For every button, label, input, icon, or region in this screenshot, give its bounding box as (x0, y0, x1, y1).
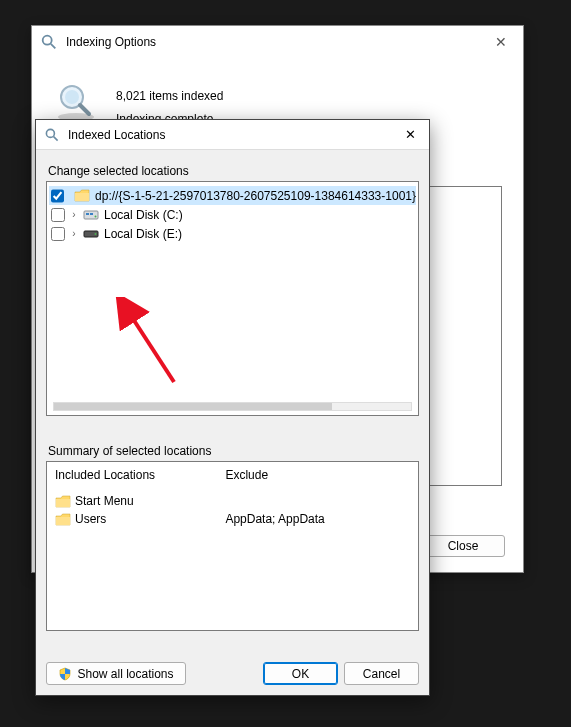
svg-point-0 (43, 36, 52, 45)
items-indexed-text: 8,021 items indexed (116, 85, 223, 108)
folder-icon (55, 495, 71, 508)
scrollbar-thumb[interactable] (54, 403, 332, 410)
tree-node-label: Local Disk (C:) (102, 208, 183, 222)
svg-rect-8 (75, 193, 89, 201)
tree-row[interactable]: ›Local Disk (C:) (49, 205, 416, 224)
drive-icon (83, 208, 99, 222)
chevron-right-icon[interactable]: › (68, 228, 80, 239)
svg-rect-10 (86, 213, 89, 215)
tree-row[interactable]: ›dp://{S-1-5-21-2597013780-2607525109-13… (49, 186, 416, 205)
tree-node-label: Local Disk (E:) (102, 227, 182, 241)
included-location-row[interactable]: Users (55, 510, 225, 528)
tree-node-label: dp://{S-1-5-21-2597013780-2607525109-138… (93, 189, 416, 203)
close-button[interactable]: Close (421, 535, 505, 557)
svg-line-5 (80, 105, 89, 114)
included-header: Included Locations (55, 468, 225, 482)
svg-point-4 (65, 90, 79, 104)
locations-tree[interactable]: ›dp://{S-1-5-21-2597013780-2607525109-13… (46, 181, 419, 416)
location-checkbox[interactable] (51, 208, 65, 222)
drive-icon (83, 227, 99, 241)
annotation-arrow (114, 297, 184, 387)
included-location-label: Start Menu (75, 494, 134, 508)
chevron-right-icon[interactable]: › (68, 209, 80, 220)
shield-icon (58, 667, 72, 681)
location-checkbox[interactable] (51, 227, 65, 241)
close-icon[interactable]: ✕ (487, 34, 515, 50)
included-location-label: Users (75, 512, 106, 526)
show-all-locations-button[interactable]: Show all locations (46, 662, 186, 685)
indexed-locations-dialog: Indexed Locations ✕ Change selected loca… (35, 119, 430, 696)
svg-point-12 (95, 216, 97, 218)
summary-panel: Included Locations Start MenuUsers Exclu… (46, 461, 419, 631)
exclude-text: AppData; AppData (225, 512, 324, 526)
cancel-button[interactable]: Cancel (344, 662, 419, 685)
included-location-row[interactable]: Start Menu (55, 492, 225, 510)
svg-line-1 (51, 44, 56, 49)
folder-icon (55, 513, 71, 526)
dialog-title: Indexed Locations (68, 128, 391, 142)
titlebar: Indexing Options ✕ (32, 26, 523, 58)
exclude-row[interactable] (225, 492, 410, 510)
close-icon[interactable]: ✕ (399, 127, 421, 142)
exclude-row[interactable]: AppData; AppData (225, 510, 410, 528)
location-checkbox[interactable] (51, 189, 64, 203)
magnifier-icon (44, 127, 60, 143)
folder-icon (74, 189, 90, 203)
change-locations-label: Change selected locations (48, 164, 419, 178)
exclude-header: Exclude (225, 468, 410, 482)
magnifier-icon (40, 33, 58, 51)
svg-point-14 (95, 233, 97, 235)
svg-point-6 (46, 129, 54, 137)
svg-rect-16 (56, 499, 70, 507)
show-all-locations-label: Show all locations (77, 667, 173, 681)
ok-button[interactable]: OK (263, 662, 338, 685)
summary-label: Summary of selected locations (48, 444, 419, 458)
window-title: Indexing Options (66, 35, 479, 49)
horizontal-scrollbar[interactable] (53, 402, 412, 411)
svg-rect-11 (90, 213, 93, 215)
svg-line-15 (124, 305, 174, 382)
svg-line-7 (54, 136, 58, 140)
svg-rect-17 (56, 517, 70, 525)
tree-row[interactable]: ›Local Disk (E:) (49, 224, 416, 243)
titlebar: Indexed Locations ✕ (36, 120, 429, 150)
